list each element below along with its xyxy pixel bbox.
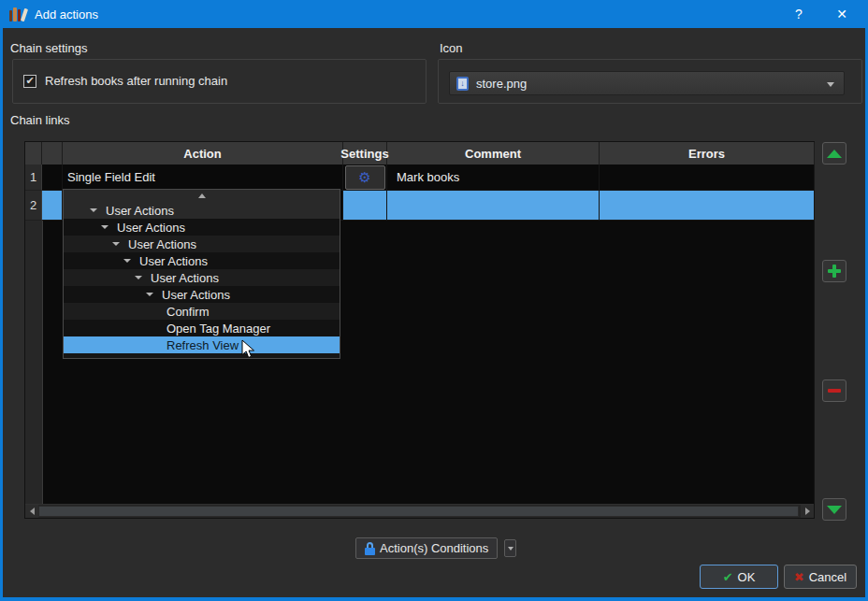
dropdown-item[interactable]: User Actions: [64, 269, 340, 286]
dropdown-item-label: Refresh View: [64, 338, 239, 352]
settings-button[interactable]: ⚙: [345, 165, 385, 190]
row-indicator-cell[interactable]: [42, 165, 63, 191]
close-icon[interactable]: ✕: [821, 0, 862, 28]
dropdown-item-label: User Actions: [64, 221, 185, 235]
add-action-button[interactable]: [822, 260, 846, 282]
dropdown-item-label: Open Tag Manager: [64, 322, 270, 336]
calibre-books-icon: [9, 7, 26, 21]
check-icon: ✔: [723, 570, 733, 584]
refresh-books-checkbox[interactable]: ✔ Refresh books after running chain: [23, 74, 227, 88]
action-cell[interactable]: Single Field Edit: [63, 165, 343, 191]
dropdown-item[interactable]: User Actions: [64, 252, 340, 269]
dropdown-item[interactable]: Confirm: [64, 303, 340, 320]
action-dropdown-popup: User ActionsUser ActionsUser ActionsUser…: [63, 189, 340, 359]
column-header-settings[interactable]: Settings: [343, 142, 387, 165]
action-conditions-label: Action(s) Conditions: [380, 541, 488, 555]
cancel-label: Cancel: [809, 570, 846, 584]
comment-cell[interactable]: [387, 191, 600, 221]
expanded-branch-icon[interactable]: [146, 293, 153, 296]
column-header-action[interactable]: Action: [63, 142, 343, 165]
dropdown-item[interactable]: User Actions: [64, 236, 340, 252]
settings-cell[interactable]: ⚙: [343, 165, 387, 191]
dropdown-item[interactable]: Refresh View: [64, 336, 340, 353]
minus-icon: [828, 389, 841, 393]
expanded-branch-icon[interactable]: [101, 225, 108, 229]
action-dropdown-list: User ActionsUser ActionsUser ActionsUser…: [64, 202, 340, 353]
icon-combobox[interactable]: ↓ store.png: [449, 71, 845, 95]
cancel-button[interactable]: ✖ Cancel: [784, 565, 857, 589]
chevron-down-icon: [508, 547, 514, 551]
help-button[interactable]: ?: [778, 0, 819, 28]
table-header-row: Action Settings Comment Errors: [25, 142, 814, 165]
checkbox-label: Refresh books after running chain: [45, 74, 227, 88]
dropdown-item[interactable]: User Actions: [64, 219, 340, 236]
dropdown-scroll-up[interactable]: [64, 190, 340, 202]
chevron-down-icon: [827, 82, 834, 87]
window-title: Add actions: [35, 7, 98, 21]
scroll-left-icon[interactable]: [25, 505, 38, 518]
dropdown-item[interactable]: Open Tag Manager: [64, 320, 340, 336]
scroll-up-icon: [198, 193, 206, 198]
move-down-button[interactable]: [822, 498, 846, 521]
move-up-button[interactable]: [822, 142, 846, 165]
chain-settings-groupbox: ✔ Refresh books after running chain: [12, 59, 427, 104]
dropdown-item-label: User Actions: [64, 204, 174, 218]
settings-cell[interactable]: [343, 191, 387, 221]
comment-cell[interactable]: Mark books: [387, 165, 600, 191]
ok-button[interactable]: ✔ OK: [700, 565, 778, 589]
expanded-branch-icon[interactable]: [112, 242, 120, 246]
mouse-cursor: [241, 339, 256, 360]
scroll-right-icon[interactable]: [801, 505, 814, 518]
dropdown-item[interactable]: User Actions: [64, 202, 340, 219]
up-arrow-icon: [827, 150, 842, 158]
column-header-errors[interactable]: Errors: [600, 142, 815, 165]
icon-label: Icon: [440, 41, 463, 55]
add-actions-dialog: Add actions ? ✕ Chain settings ✔ Refresh…: [0, 0, 868, 601]
dropdown-item-label: User Actions: [64, 254, 208, 268]
plus-icon: [828, 265, 841, 278]
horizontal-scrollbar[interactable]: [25, 504, 814, 518]
errors-cell[interactable]: [600, 165, 815, 191]
dropdown-item[interactable]: User Actions: [64, 286, 340, 303]
titlebar[interactable]: Add actions ? ✕: [0, 0, 868, 28]
dropdown-item-label: Confirm: [64, 305, 210, 319]
dropdown-bottom-pad: [64, 353, 340, 358]
errors-cell[interactable]: [600, 191, 815, 221]
ok-label: OK: [738, 570, 756, 584]
conditions-dropdown-button[interactable]: [504, 539, 516, 557]
action-conditions-button[interactable]: Action(s) Conditions: [355, 537, 498, 559]
row-indicator-cell[interactable]: [42, 191, 63, 221]
corner-header-cell: [25, 142, 42, 165]
expanded-branch-icon[interactable]: [123, 259, 131, 263]
dropdown-item-label: User Actions: [64, 237, 196, 251]
window-border: [0, 28, 3, 601]
chain-settings-label: Chain settings: [10, 41, 87, 55]
icon-combobox-value: store.png: [476, 77, 527, 91]
cross-icon: ✖: [794, 570, 804, 584]
gear-icon: ⚙: [358, 170, 370, 184]
window-border: [0, 597, 868, 601]
checkbox-box[interactable]: ✔: [23, 75, 36, 88]
row-number[interactable]: 2: [25, 191, 42, 221]
down-arrow-icon: [827, 506, 842, 514]
scrollbar-thumb[interactable]: [38, 506, 799, 517]
table-row[interactable]: 1 Single Field Edit ⚙ Mark books: [25, 165, 814, 191]
column-header-comment[interactable]: Comment: [387, 142, 600, 165]
icon-groupbox: ↓ store.png: [438, 59, 862, 104]
expanded-branch-icon[interactable]: [90, 208, 97, 212]
store-icon: ↓: [456, 77, 469, 91]
checkmark-icon: ✔: [25, 76, 34, 86]
remove-action-button[interactable]: [822, 379, 846, 402]
row-number[interactable]: 1: [25, 165, 42, 191]
chain-links-label: Chain links: [10, 113, 70, 127]
column-header-blank[interactable]: [42, 142, 63, 165]
expanded-branch-icon[interactable]: [135, 276, 142, 279]
lock-icon: [365, 542, 375, 555]
row-header-strip: [25, 221, 43, 504]
